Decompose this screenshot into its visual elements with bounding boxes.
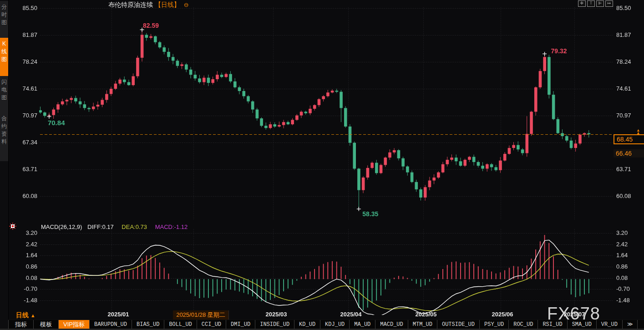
toolbar-indicator-bias_ud[interactable]: BIAS_UD bbox=[132, 320, 164, 329]
sidebar-tab-flash-chart[interactable]: 闪电图 bbox=[0, 76, 8, 113]
price-axis-label-left: 85.50 bbox=[13, 5, 37, 11]
period-selector-arrow-icon: ▲ bbox=[30, 313, 35, 318]
reference-price-label: 66.46 bbox=[614, 149, 644, 157]
toolbar-indicator-outside_ud[interactable]: OUTSIDE_UD bbox=[437, 320, 480, 329]
price-axis-label-right: 81.87 bbox=[616, 31, 631, 38]
chart-type-sidebar: 分时图K线图闪电图合约资料 bbox=[0, 0, 9, 330]
sidebar-tab-kline-chart[interactable]: K线图 bbox=[0, 38, 8, 76]
price-axis-label-right: 78.24 bbox=[616, 58, 631, 65]
macd-dea-value: DEA:0.73 bbox=[122, 223, 147, 230]
go-to-latest-icon[interactable]: ↦ bbox=[605, 0, 613, 7]
price-extreme-annotation: 58.35 bbox=[362, 210, 378, 218]
price-extreme-annotation: 82.59 bbox=[143, 22, 159, 29]
price-axis-label-left: 74.61 bbox=[13, 85, 37, 92]
toolbar-indicator-cci_ud[interactable]: CCI_UD bbox=[197, 320, 226, 329]
toolbar-indicator-roc_ud[interactable]: ROC_UD bbox=[509, 320, 538, 329]
price-axis-label-left: 67.34 bbox=[13, 139, 37, 146]
macd-axis-label-right: 3.20 bbox=[616, 229, 628, 236]
date-axis-label: 2025/04 bbox=[340, 311, 362, 318]
toolbar-indicator-vr_ud[interactable]: VR_UD bbox=[597, 320, 623, 329]
fx678-watermark: FX678 bbox=[547, 304, 600, 324]
price-axis-label-right: 63.71 bbox=[616, 166, 631, 173]
macd-axis-label-left: 0.08 bbox=[13, 274, 37, 281]
price-axis-label-left: 63.71 bbox=[13, 166, 37, 173]
symbol-name: 布伦特原油连续 bbox=[108, 1, 153, 8]
macd-axis-label-left: -0.70 bbox=[13, 285, 37, 292]
macd-axis-label-right: 0.86 bbox=[616, 263, 628, 270]
toolbar-more-button[interactable]: ≫ bbox=[623, 320, 638, 329]
toolbar-indicator-dmi_ud[interactable]: DMI_UD bbox=[226, 320, 255, 329]
price-axis-label-left: 78.24 bbox=[13, 58, 37, 65]
price-up-arrow-icon: ▲▲ bbox=[636, 129, 640, 134]
macd-axis-label-left: 0.86 bbox=[13, 263, 37, 270]
alert-icon[interactable] bbox=[9, 223, 16, 232]
move-icon[interactable]: ✛ bbox=[578, 0, 586, 7]
toolbar-indicator-boll_ud[interactable]: BOLL_UD bbox=[164, 320, 197, 329]
price-extreme-annotation: 79.32 bbox=[551, 47, 567, 55]
toolbar-indicator-ma_ud[interactable]: MA_UD bbox=[350, 320, 375, 329]
macd-axis-label-left: 3.20 bbox=[13, 229, 37, 236]
period-tag: 【日线】 bbox=[155, 1, 180, 8]
price-axis-label-left: 70.97 bbox=[13, 112, 37, 119]
price-axis-label-left: 81.87 bbox=[13, 31, 37, 38]
macd-params-label: MACD(26,12,9) bbox=[41, 223, 82, 230]
date-axis-label: 2025/01 bbox=[108, 311, 129, 318]
macd-axis-label-left: -1.48 bbox=[13, 297, 37, 304]
macd-axis-label-right: 1.64 bbox=[616, 252, 628, 259]
fit-width-icon[interactable]: ⊩ bbox=[596, 0, 604, 7]
toolbar-tab-indicators[interactable]: 指标 bbox=[8, 320, 34, 329]
macd-axis-label-right: 2.42 bbox=[616, 241, 628, 248]
period-selector-label: 日线 bbox=[16, 311, 29, 319]
toolbar-indicator-inside_ud[interactable]: INSIDE_UD bbox=[255, 320, 294, 329]
date-axis-label: 2025/05 bbox=[416, 311, 437, 318]
price-axis-label-right: 60.08 bbox=[616, 193, 631, 199]
date-axis-label: 2025/03 bbox=[266, 311, 287, 318]
toolbar-tab-vip-indicators[interactable]: VIP指标 bbox=[59, 320, 90, 329]
period-selector[interactable]: 日线 ▲ bbox=[16, 311, 35, 320]
chart-canvas[interactable] bbox=[0, 0, 644, 330]
toolbar-indicator-macd_ud[interactable]: MACD_UD bbox=[375, 320, 408, 329]
macd-value: MACD:-1.12 bbox=[155, 223, 188, 230]
date-axis-label: 2025/06 bbox=[492, 311, 513, 318]
price-extreme-annotation: 70.84 bbox=[48, 119, 65, 127]
fit-height-icon[interactable]: ⊺ bbox=[587, 0, 595, 7]
selected-date-label: 2025/01/28 星期二 bbox=[173, 310, 228, 320]
price-axis-label-right: 85.50 bbox=[616, 5, 631, 11]
price-axis-label-right: 74.61 bbox=[616, 85, 631, 92]
chart-title: 布伦特原油连续 【日线】 ⊖ bbox=[108, 1, 189, 9]
chart-scale-toolbar: ✛⊺⊩↦ bbox=[578, 0, 613, 7]
trading-app-window: 分时图K线图闪电图合约资料 布伦特原油连续 【日线】 ⊖ ✛⊺⊩↦ 85.508… bbox=[0, 0, 644, 330]
sidebar-tab-contract-info[interactable]: 合约资料 bbox=[0, 112, 8, 161]
toolbar-indicator-psy_ud[interactable]: PSY_UD bbox=[480, 320, 509, 329]
macd-axis-label-left: 2.42 bbox=[13, 241, 37, 248]
toolbar-indicator-kdj_ud[interactable]: KDJ_UD bbox=[320, 320, 350, 329]
macd-axis-label-right: 0.08 bbox=[616, 274, 628, 281]
macd-axis-label-right: -0.70 bbox=[616, 285, 630, 292]
macd-indicator-header: MACD(26,12,9) DIFF:0.17 DEA:0.73 MACD:-1… bbox=[41, 223, 188, 230]
macd-diff-value: DIFF:0.17 bbox=[87, 223, 114, 230]
macd-axis-label-left: 1.64 bbox=[13, 252, 37, 259]
last-price-label: 68.45 bbox=[614, 134, 644, 144]
sidebar-tab-time-share-chart[interactable]: 分时图 bbox=[0, 1, 8, 38]
macd-axis-label-right: -1.48 bbox=[616, 297, 630, 304]
price-axis-label-left: 60.08 bbox=[13, 193, 37, 199]
toolbar-indicator-kd_ud[interactable]: KD_UD bbox=[294, 320, 320, 329]
collapse-icon[interactable]: ⊖ bbox=[184, 1, 189, 8]
toolbar-tab-templates[interactable]: 模板 bbox=[34, 320, 59, 329]
toolbar-indicator-mtm_ud[interactable]: MTM_UD bbox=[408, 320, 437, 329]
price-axis-label-right: 70.97 bbox=[616, 112, 631, 119]
toolbar-indicator-barupdn_ud[interactable]: BARUPDN_UD bbox=[90, 320, 132, 329]
